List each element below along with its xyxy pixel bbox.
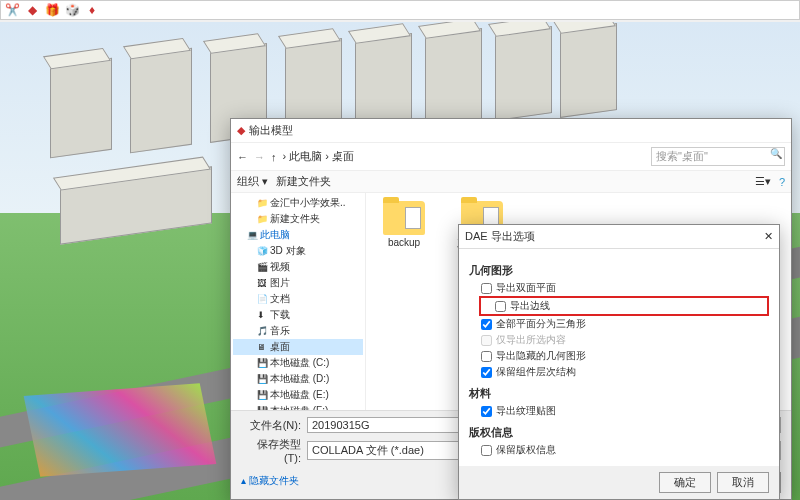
checkbox [481,335,492,346]
back-button[interactable]: ← [237,151,248,163]
tree-label: 桌面 [270,340,290,354]
folder-tree[interactable]: 📁金汇中小学效果..📁新建文件夹💻此电脑🧊3D 对象🎬视频🖼图片📄文档⬇下载🎵音… [231,193,366,410]
tree-icon: ⬇ [257,310,267,320]
tree-item[interactable]: 📁金汇中小学效果.. [233,195,363,211]
tree-label: 新建文件夹 [270,212,320,226]
decorative-model [24,383,217,476]
filetype-label: 保存类型(T): [241,437,301,464]
section-title: 材料 [469,386,769,401]
tree-label: 本地磁盘 (C:) [270,356,329,370]
tree-icon: 📁 [257,214,267,224]
section-title: 几何图形 [469,263,769,278]
tree-item[interactable]: 💻此电脑 [233,227,363,243]
ok-button[interactable]: 确定 [659,472,711,493]
cancel-button[interactable]: 取消 [717,472,769,493]
gift-icon[interactable]: 🎁 [45,3,59,17]
checkbox-label: 导出隐藏的几何图形 [496,349,586,363]
sketchup-icon: ◆ [237,124,245,137]
checkbox[interactable] [481,406,492,417]
tree-item[interactable]: 🖼图片 [233,275,363,291]
tree-item[interactable]: ⬇下载 [233,307,363,323]
tree-label: 本地磁盘 (E:) [270,388,329,402]
folder-item[interactable]: backup [374,201,434,248]
checkbox-label: 保留组件层次结构 [496,365,576,379]
tree-item[interactable]: 💾本地磁盘 (E:) [233,387,363,403]
tree-label: 本地磁盘 (D:) [270,372,329,386]
checkbox-row[interactable]: 导出隐藏的几何图形 [469,348,769,364]
tree-label: 音乐 [270,324,290,338]
tree-label: 3D 对象 [270,244,306,258]
scissors-icon[interactable]: ✂️ [5,3,19,17]
breadcrumb[interactable]: › 此电脑 › 桌面 [283,149,355,164]
checkbox-label: 导出双面平面 [496,281,556,295]
new-folder-button[interactable]: 新建文件夹 [276,174,331,189]
highlighted-option: 导出边线 [479,296,769,316]
tree-icon: 💾 [257,390,267,400]
folder-label: backup [388,237,420,248]
tree-icon: 📄 [257,294,267,304]
folder-icon [383,201,425,235]
checkbox-label: 仅导出所选内容 [496,333,566,347]
hide-folders-link[interactable]: ▴ 隐藏文件夹 [241,474,299,488]
checkbox-label: 导出纹理贴图 [496,404,556,418]
organize-menu[interactable]: 组织 ▾ [237,174,268,189]
checkbox[interactable] [481,367,492,378]
tree-item[interactable]: 💾本地磁盘 (F:) [233,403,363,410]
search-input[interactable]: 搜索"桌面" [651,147,785,166]
ruby-icon[interactable]: ♦ [85,3,99,17]
checkbox[interactable] [481,319,492,330]
up-button[interactable]: ↑ [271,151,277,163]
tree-icon: 💾 [257,374,267,384]
dialog-toolbar: 组织 ▾ 新建文件夹 ☰▾ ? [231,171,791,193]
options-titlebar[interactable]: DAE 导出选项 ✕ [459,225,779,249]
main-toolbar: ✂️ ◆ 🎁 🎲 ♦ [0,0,800,20]
tree-label: 此电脑 [260,228,290,242]
section-title: 版权信息 [469,425,769,440]
checkbox-label: 全部平面分为三角形 [496,317,586,331]
tree-item[interactable]: 🎵音乐 [233,323,363,339]
checkbox[interactable] [481,351,492,362]
filename-label: 文件名(N): [241,418,301,433]
tree-item[interactable]: 💾本地磁盘 (C:) [233,355,363,371]
tree-label: 视频 [270,260,290,274]
checkbox[interactable] [481,283,492,294]
dialog-titlebar[interactable]: ◆ 输出模型 [231,119,791,143]
dice-icon[interactable]: 🎲 [65,3,79,17]
tree-icon: 🖥 [257,342,267,352]
close-icon[interactable]: ✕ [764,230,773,243]
checkbox[interactable] [495,301,506,312]
tree-item[interactable]: 🎬视频 [233,259,363,275]
tree-icon: 🎬 [257,262,267,272]
tree-item[interactable]: 🧊3D 对象 [233,243,363,259]
dae-export-options-dialog: DAE 导出选项 ✕ 几何图形导出双面平面导出边线全部平面分为三角形仅导出所选内… [458,224,780,500]
tree-item[interactable]: 💾本地磁盘 (D:) [233,371,363,387]
tree-label: 图片 [270,276,290,290]
diamond-red-icon[interactable]: ◆ [25,3,39,17]
tree-icon: 🧊 [257,246,267,256]
fwd-button[interactable]: → [254,151,265,163]
help-icon[interactable]: ? [779,176,785,188]
checkbox-label: 导出边线 [510,299,550,313]
checkbox-row[interactable]: 导出双面平面 [469,280,769,296]
dialog-title: 输出模型 [249,123,293,138]
tree-icon: 🖼 [257,278,267,288]
checkbox-row[interactable]: 保留版权信息 [469,442,769,458]
checkbox[interactable] [481,445,492,456]
tree-item[interactable]: 🖥桌面 [233,339,363,355]
tree-icon: 📁 [257,198,267,208]
checkbox-row[interactable]: 全部平面分为三角形 [469,316,769,332]
checkbox-row[interactable]: 导出纹理贴图 [469,403,769,419]
tree-label: 文档 [270,292,290,306]
tree-item[interactable]: 📁新建文件夹 [233,211,363,227]
tree-label: 下载 [270,308,290,322]
options-title: DAE 导出选项 [465,229,535,244]
tree-icon: 🎵 [257,326,267,336]
tree-icon: 💻 [247,230,257,240]
checkbox-row: 仅导出所选内容 [469,332,769,348]
checkbox-row[interactable]: 保留组件层次结构 [469,364,769,380]
view-icon[interactable]: ☰▾ [755,175,771,188]
checkbox-row[interactable]: 导出边线 [483,298,765,314]
tree-icon: 💾 [257,358,267,368]
tree-item[interactable]: 📄文档 [233,291,363,307]
dialog-nav: ← → ↑ › 此电脑 › 桌面 搜索"桌面" [231,143,791,171]
